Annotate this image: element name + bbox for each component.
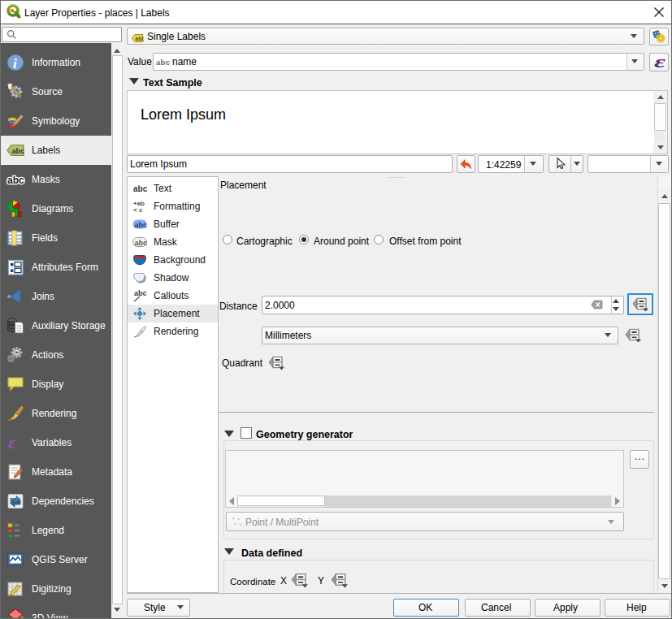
svg-text:abc: abc bbox=[134, 289, 147, 297]
svg-text:ε: ε bbox=[8, 433, 15, 452]
svg-text:abc: abc bbox=[7, 175, 24, 186]
svg-text:abc: abc bbox=[133, 184, 147, 193]
svg-text:ε: ε bbox=[654, 54, 666, 71]
svg-text:abc: abc bbox=[12, 147, 25, 155]
svg-text:abc: abc bbox=[135, 239, 148, 247]
svg-text:abc: abc bbox=[135, 221, 148, 229]
svg-text:i: i bbox=[13, 56, 17, 71]
svg-text:abc: abc bbox=[136, 36, 144, 41]
svg-text:< c: < c bbox=[133, 206, 143, 214]
